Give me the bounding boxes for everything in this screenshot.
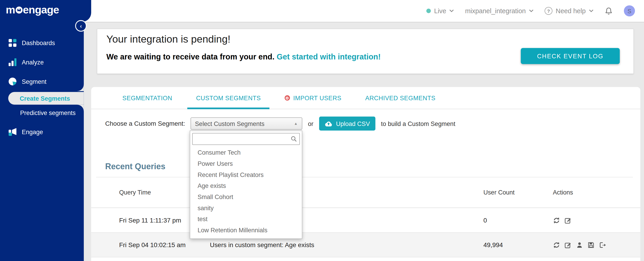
sidebar-item-analyze[interactable]: Analyze [0, 53, 84, 72]
user-count-cell: 0 [483, 217, 553, 224]
chevron-down-icon [589, 9, 594, 12]
dropdown-option[interactable]: Power Users [190, 158, 302, 169]
export-icon[interactable] [599, 241, 606, 249]
workspace-switcher[interactable]: mixpanel_integration [465, 7, 534, 14]
question-circle-icon: ? [545, 7, 552, 15]
user-avatar[interactable]: S [624, 5, 635, 16]
app-root: Live mixpanel_integration ? Need help S [0, 0, 644, 261]
environment-label: Live [434, 7, 446, 14]
dropdown-option[interactable]: Age exists [190, 180, 302, 191]
sidebar-item-dashboards[interactable]: Dashboards [0, 33, 84, 53]
banner-title: Your integration is pending! [106, 33, 230, 45]
sidebar-nav: Dashboards Analyze Segment Create Segmen… [0, 33, 84, 142]
analyze-bars-icon [9, 58, 16, 66]
dropdown-option[interactable]: Consumer Tech [190, 147, 302, 158]
dropdown-option[interactable]: Low Retention Millennials [190, 225, 302, 236]
engage-megaphone-icon [9, 128, 16, 136]
integration-pending-banner: Your integration is pending! We are wait… [97, 29, 634, 74]
sidebar-item-label: Create Segments [20, 95, 70, 102]
sidebar-item-label: Predictive segments [20, 109, 76, 116]
get-started-link[interactable]: Get started with integration! [277, 53, 381, 61]
save-icon[interactable] [587, 241, 594, 249]
import-users-badge-icon [285, 95, 290, 100]
tab-custom-segments[interactable]: CUSTOM SEGMENTS [188, 87, 270, 109]
custom-segments-dropdown: Consumer Tech Power Users Recent Playlis… [190, 130, 302, 239]
environment-switcher[interactable]: Live [426, 7, 454, 14]
edit-icon[interactable] [564, 241, 572, 249]
help-label: Need help [556, 7, 586, 14]
help-menu[interactable]: ? Need help [545, 7, 594, 15]
sidebar-collapse-button[interactable]: ‹ [75, 20, 86, 31]
dropdown-option[interactable]: Recent Playlist Creators [190, 169, 302, 180]
triangle-up-icon: ▲ [294, 121, 298, 125]
sidebar-item-label: Analyze [22, 59, 44, 66]
custom-segment-picker-row: Choose a Custom Segment: Select Custom S… [105, 117, 455, 130]
custom-segments-select[interactable]: Select Custom Segments ▲ [190, 117, 302, 130]
dropdown-options: Consumer Tech Power Users Recent Playlis… [190, 147, 302, 236]
dashboards-grid-icon [9, 39, 16, 47]
table-header-row: Query Time User Count Actions [91, 177, 640, 208]
or-text: or [308, 120, 313, 127]
avatar-initial: S [628, 7, 632, 14]
sidebar-item-segment[interactable]: Segment [0, 72, 84, 91]
recent-queries-table: Query Time User Count Actions Fri Sep 11… [91, 177, 640, 257]
picker-suffix-text: to build a Custom Segment [381, 120, 455, 127]
top-bar: Live mixpanel_integration ? Need help S [0, 0, 644, 22]
dropdown-search [192, 133, 300, 145]
sidebar-header: mengage [0, 0, 91, 22]
refresh-icon[interactable] [553, 217, 560, 224]
sidebar-curve-decoration [77, 105, 84, 111]
notifications-bell-icon[interactable] [604, 7, 613, 15]
sidebar-item-create-segments[interactable]: Create Segments [8, 92, 84, 105]
user-count-cell: 49,994 [483, 241, 553, 249]
tab-import-users[interactable]: IMPORT USERS [276, 87, 350, 109]
picker-label: Choose a Custom Segment: [105, 120, 185, 127]
sidebar-item-label: Engage [22, 128, 43, 136]
cloud-upload-icon [324, 120, 333, 127]
check-event-log-button[interactable]: CHECK EVENT LOG [521, 48, 620, 64]
column-header-user-count: User Count [483, 189, 553, 196]
column-header-actions: Actions [553, 189, 640, 196]
search-icon [291, 136, 297, 142]
dropdown-option[interactable]: test [190, 213, 302, 225]
tab-archived-segments[interactable]: ARCHIVED SEGMENTS [357, 87, 444, 109]
sidebar: mengage ‹ Dashboards Analyze Segment Cre… [0, 0, 84, 261]
logo-o-person-icon [16, 6, 22, 14]
upload-csv-button[interactable]: Upload CSV [319, 117, 375, 130]
sidebar-item-label: Segment [22, 78, 46, 85]
table-row: Fri Sep 11 1:11:37 pm 0 [91, 208, 640, 233]
select-value: Select Custom Segments [195, 120, 264, 127]
workspace-name: mixpanel_integration [465, 7, 526, 14]
segment-pie-icon [9, 78, 16, 85]
tab-bar: SEGMENTATION CUSTOM SEGMENTS IMPORT USER… [91, 87, 640, 109]
chevron-down-icon [450, 9, 454, 12]
chevron-down-icon [529, 9, 534, 12]
moengage-logo: mengage [0, 0, 91, 16]
table-row: Fri Sep 04 10:02:15 am Users in custom s… [91, 233, 640, 257]
sidebar-item-label: Dashboards [22, 39, 55, 46]
dropdown-option[interactable]: sanity [190, 203, 302, 214]
recent-queries-heading: Recent Queries [105, 162, 165, 171]
edit-icon[interactable] [564, 217, 572, 224]
query-cell: Users in custom segment: Age exists [210, 241, 483, 249]
sidebar-item-predictive-segments[interactable]: Predictive segments [0, 105, 84, 120]
dropdown-search-input[interactable] [192, 133, 300, 145]
banner-message: We are waiting to receive data from your… [106, 53, 381, 62]
tab-segmentation[interactable]: SEGMENTATION [114, 87, 181, 109]
sidebar-curve-decoration [77, 84, 84, 91]
query-time-cell: Fri Sep 04 10:02:15 am [91, 241, 210, 249]
actions-cell [553, 241, 640, 249]
main-panel: SEGMENTATION CUSTOM SEGMENTS IMPORT USER… [91, 87, 640, 261]
live-status-dot-icon [426, 9, 431, 13]
sidebar-item-engage[interactable]: Engage [0, 122, 84, 142]
dropdown-option[interactable]: Small Cohort [190, 191, 302, 203]
user-icon[interactable] [576, 241, 583, 249]
refresh-icon[interactable] [553, 241, 560, 249]
actions-cell [553, 217, 640, 224]
